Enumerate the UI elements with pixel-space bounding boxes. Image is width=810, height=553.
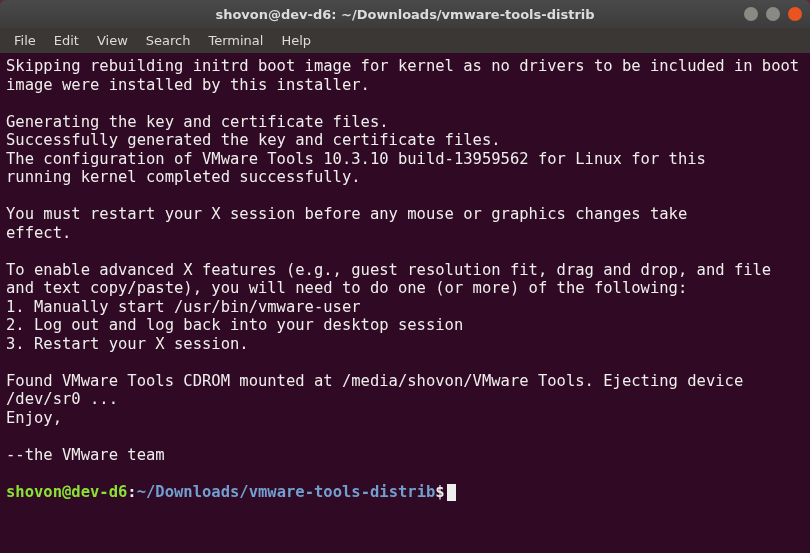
titlebar: shovon@dev-d6: ~/Downloads/vmware-tools-…: [0, 0, 810, 28]
menu-view[interactable]: View: [89, 31, 136, 50]
terminal-area[interactable]: Skipping rebuilding initrd boot image fo…: [0, 53, 810, 553]
prompt-dollar: $: [435, 483, 444, 501]
menu-help[interactable]: Help: [273, 31, 319, 50]
window-controls: [744, 7, 802, 21]
terminal-line: --the VMware team: [6, 446, 165, 464]
terminal-line: Enjoy,: [6, 409, 62, 427]
close-button[interactable]: [788, 7, 802, 21]
menubar: File Edit View Search Terminal Help: [0, 28, 810, 53]
prompt-user-host: shovon@dev-d6: [6, 483, 127, 501]
prompt-colon: :: [127, 483, 136, 501]
terminal-line: 2. Log out and log back into your deskto…: [6, 316, 463, 334]
menu-edit[interactable]: Edit: [46, 31, 87, 50]
menu-file[interactable]: File: [6, 31, 44, 50]
window-title: shovon@dev-d6: ~/Downloads/vmware-tools-…: [215, 7, 594, 22]
terminal-line: Generating the key and certificate files…: [6, 113, 389, 131]
terminal-line: 3. Restart your X session.: [6, 335, 249, 353]
menu-terminal[interactable]: Terminal: [200, 31, 271, 50]
terminal-line: To enable advanced X features (e.g., gue…: [6, 261, 781, 298]
terminal-line: running kernel completed successfully.: [6, 168, 361, 186]
terminal-line: Found VMware Tools CDROM mounted at /med…: [6, 372, 753, 409]
terminal-line: Successfully generated the key and certi…: [6, 131, 501, 149]
prompt-path: ~/Downloads/vmware-tools-distrib: [137, 483, 436, 501]
menu-search[interactable]: Search: [138, 31, 199, 50]
terminal-line: The configuration of VMware Tools 10.3.1…: [6, 150, 706, 168]
cursor: [447, 484, 456, 501]
terminal-line: 1. Manually start /usr/bin/vmware-user: [6, 298, 361, 316]
terminal-line: Skipping rebuilding initrd boot image fo…: [6, 57, 809, 94]
terminal-line: effect.: [6, 224, 71, 242]
terminal-window: shovon@dev-d6: ~/Downloads/vmware-tools-…: [0, 0, 810, 553]
minimize-button[interactable]: [744, 7, 758, 21]
terminal-line: You must restart your X session before a…: [6, 205, 687, 223]
maximize-button[interactable]: [766, 7, 780, 21]
